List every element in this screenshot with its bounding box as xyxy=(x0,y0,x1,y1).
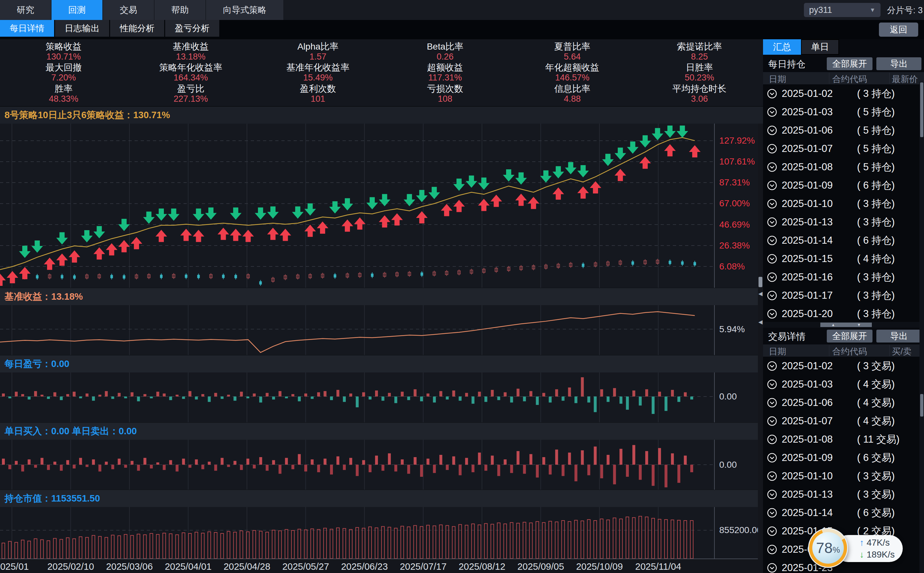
holding-row[interactable]: 2025-01-07( 5 持仓) xyxy=(763,139,924,158)
chevron-down-circle-icon[interactable] xyxy=(767,544,777,555)
buy-sell-label: 单日买入：0.00 单日卖出：0.00 xyxy=(5,425,137,438)
nav-item-研究[interactable]: 研究 xyxy=(0,0,51,20)
holding-count: ( 3 持仓) xyxy=(857,197,895,211)
nav-item-交易[interactable]: 交易 xyxy=(103,0,154,20)
metric-value: 101 xyxy=(311,94,325,104)
nav-item-向导式策略[interactable]: 向导式策略 xyxy=(206,0,283,20)
trades-scrollbar-thumb[interactable] xyxy=(920,394,923,416)
chevron-down-circle-icon[interactable] xyxy=(767,199,777,209)
market-value-label: 持仓市值：1153551.50 xyxy=(5,492,100,505)
chevron-down-circle-icon[interactable] xyxy=(767,107,777,117)
y-tick-6.08%: 6.08% xyxy=(719,261,745,272)
holding-row[interactable]: 2025-01-17( 3 持仓) xyxy=(763,286,924,305)
trade-row[interactable]: 2025-01-13( 3 交易) xyxy=(763,485,924,504)
nav-item-帮助[interactable]: 帮助 xyxy=(155,0,205,20)
holding-row[interactable]: 2025-01-03( 5 持仓) xyxy=(763,103,924,121)
tab-盈亏分析[interactable]: 盈亏分析 xyxy=(165,20,219,37)
holdings-export-button[interactable]: 导出 xyxy=(876,57,921,70)
summary-tabs: 汇总单日 xyxy=(763,39,924,55)
trade-row[interactable]: 2025-01-03( 4 交易) xyxy=(763,375,924,393)
chevron-down-circle-icon[interactable] xyxy=(767,563,777,573)
holdings-scrollbar-thumb[interactable] xyxy=(920,82,923,137)
tab-日志输出[interactable]: 日志输出 xyxy=(55,20,109,37)
chevron-down-circle-icon[interactable] xyxy=(767,254,777,264)
splitter-handle[interactable]: ▲ ▼ xyxy=(820,323,872,327)
chevron-down-circle-icon[interactable] xyxy=(767,508,777,518)
trades-expand-all-button[interactable]: 全部展开 xyxy=(827,330,872,343)
metric-label: 索提诺比率 xyxy=(677,42,722,52)
tab-单日[interactable]: 单日 xyxy=(801,39,839,55)
back-button[interactable]: 返回 xyxy=(879,22,918,37)
metric-索提诺比率: 索提诺比率8.25 xyxy=(636,41,763,62)
progress-circle[interactable]: 78% xyxy=(808,528,848,568)
trade-row[interactable]: 2025-01-02( 3 交易) xyxy=(763,357,924,375)
metric-日胜率: 日胜率50.23% xyxy=(636,62,763,83)
tab-汇总[interactable]: 汇总 xyxy=(763,39,801,55)
chevron-down-circle-icon[interactable] xyxy=(767,290,777,301)
trade-row[interactable]: 2025-01-08( 11 交易) xyxy=(763,430,924,448)
right-panel-scrollbar[interactable] xyxy=(919,82,924,573)
chevron-down-circle-icon[interactable] xyxy=(767,180,777,191)
upload-arrow-icon: ↑ xyxy=(860,538,864,548)
trade-row[interactable]: 2025-01-07( 4 交易) xyxy=(763,412,924,430)
metric-胜率: 胜率48.33% xyxy=(0,83,127,104)
chevron-down-circle-icon[interactable] xyxy=(767,144,777,154)
chevron-down-circle-icon[interactable] xyxy=(767,217,777,227)
trade-row[interactable]: 2025-01-14( 6 交易) xyxy=(763,504,924,522)
chevron-down-circle-icon[interactable] xyxy=(767,309,777,319)
holding-row[interactable]: 2025-01-13( 3 持仓) xyxy=(763,213,924,231)
chevron-down-circle-icon[interactable] xyxy=(767,526,777,536)
collapse-left-icon[interactable]: ◀ xyxy=(758,319,763,326)
y-tick-26.38%: 26.38% xyxy=(719,241,750,251)
chevron-down-circle-icon[interactable] xyxy=(767,452,777,463)
x-tick-2025/06/23: 2025/06/23 xyxy=(341,561,388,572)
chevron-down-circle-icon[interactable] xyxy=(767,89,777,99)
holding-row[interactable]: 2025-01-06( 5 持仓) xyxy=(763,121,924,139)
daily-pnl-chart-canvas xyxy=(0,373,714,422)
chevron-down-circle-icon[interactable] xyxy=(767,471,777,481)
chevron-down-circle-icon[interactable] xyxy=(767,361,777,371)
tab-性能分析[interactable]: 性能分析 xyxy=(110,20,164,37)
charts-scrollbar[interactable]: ◀ ◀ xyxy=(758,124,763,573)
nav-item-回测[interactable]: 回测 xyxy=(52,0,102,20)
holding-row[interactable]: 2025-01-14( 6 持仓) xyxy=(763,231,924,249)
chevron-down-circle-icon[interactable] xyxy=(767,125,777,136)
holding-row[interactable]: 2025-01-09( 6 持仓) xyxy=(763,176,924,194)
trades-export-button[interactable]: 导出 xyxy=(876,330,921,343)
metric-value: 130.71% xyxy=(46,52,81,62)
holdings-expand-all-button[interactable]: 全部展开 xyxy=(827,57,872,70)
trade-row[interactable]: 2025-01-09( 6 交易) xyxy=(763,448,924,467)
tab-每日详情[interactable]: 每日详情 xyxy=(0,20,54,37)
chevron-down-circle-icon[interactable] xyxy=(767,434,777,445)
holding-row[interactable]: 2025-01-10( 3 持仓) xyxy=(763,194,924,213)
holding-row[interactable]: 2025-01-20( 3 持仓) xyxy=(763,305,924,322)
chevron-down-circle-icon[interactable] xyxy=(767,272,777,282)
holding-count: ( 6 持仓) xyxy=(857,178,895,192)
holding-row[interactable]: 2025-01-02( 3 持仓) xyxy=(763,85,924,103)
top-nav-items: 研究回测交易帮助向导式策略 xyxy=(0,0,284,20)
chevron-down-circle-icon[interactable] xyxy=(767,379,777,390)
chevron-down-circle-icon[interactable] xyxy=(767,489,777,499)
splitter-up-icon[interactable]: ▲ xyxy=(831,323,835,327)
chevron-down-circle-icon[interactable] xyxy=(767,398,777,408)
y-tick-5.94%: 5.94% xyxy=(719,324,745,335)
holding-row[interactable]: 2025-01-16( 3 持仓) xyxy=(763,268,924,286)
trade-row[interactable]: 2025-01-10( 3 交易) xyxy=(763,467,924,485)
holding-row[interactable]: 2025-01-15( 4 持仓) xyxy=(763,249,924,268)
chevron-down-circle-icon[interactable] xyxy=(767,162,777,172)
metric-label: 亏损次数 xyxy=(427,84,463,94)
metric-夏普比率: 夏普比率5.64 xyxy=(509,41,636,62)
python-env-select[interactable]: py311 ▼ xyxy=(804,3,880,17)
metric-value: 108 xyxy=(438,94,453,104)
trade-row[interactable]: 2025-01-06( 4 交易) xyxy=(763,393,924,412)
metric-label: 盈亏比 xyxy=(177,84,204,94)
chevron-down-circle-icon[interactable] xyxy=(767,235,777,246)
charts-scrollbar-thumb[interactable] xyxy=(758,277,763,287)
buy-sell-chart-canvas xyxy=(0,440,714,490)
splitter-down-icon[interactable]: ▼ xyxy=(857,323,861,327)
holding-row[interactable]: 2025-01-08( 5 持仓) xyxy=(763,158,924,176)
x-tick-2025/09/05: 2025/09/05 xyxy=(517,561,564,572)
chevron-down-circle-icon[interactable] xyxy=(767,416,777,426)
collapse-left-icon[interactable]: ◀ xyxy=(758,290,763,297)
metric-label: 平均持仓时长 xyxy=(673,84,727,94)
